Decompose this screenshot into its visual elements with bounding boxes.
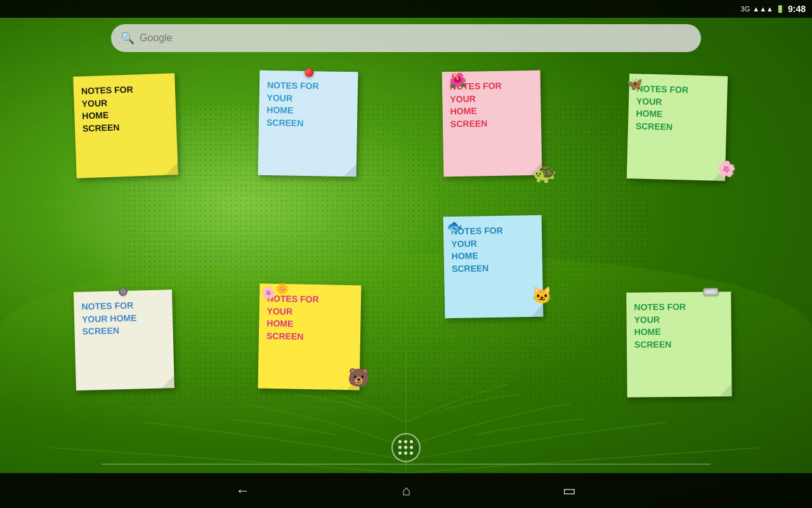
pin-red [304, 68, 313, 77]
dot [398, 440, 402, 443]
flower-sticker-2: 🌸 [261, 286, 275, 300]
dots-grid [398, 440, 414, 456]
note-text-7: Notes ForYourHomeScreen [266, 293, 353, 344]
recent-apps-button[interactable]: ▭ [563, 483, 576, 499]
sticky-note-green-2[interactable]: Notes ForYourHomeScreen [626, 291, 731, 397]
flower-sticker-3: 🌼 [276, 283, 289, 295]
home-button[interactable]: ⌂ [402, 483, 410, 499]
pink-flower-sticker: 🌸 [717, 160, 736, 178]
status-icons: 3G ▲▲▲ 🔋 [741, 5, 785, 13]
sticky-note-blue-1[interactable]: Notes ForYourHomeScreen [258, 70, 358, 177]
status-bar: 3G ▲▲▲ 🔋 9:48 [0, 0, 812, 18]
paper-clip [703, 288, 718, 295]
search-input[interactable]: Google [140, 32, 173, 44]
dot [410, 451, 413, 455]
note-text-1: Notes ForYourHomeScreen [81, 83, 169, 135]
note-text-5: Notes ForYourHomeScreen [451, 224, 535, 276]
turtle-sticker: 🐢 [533, 162, 556, 184]
dot [398, 446, 402, 449]
cat-sticker: 🐱 [532, 286, 552, 305]
page-indicator [102, 464, 710, 465]
note-text-2: Notes ForYourHomeScreen [266, 79, 350, 131]
thumbtack [119, 288, 126, 295]
signal-icon: 3G [741, 5, 750, 13]
note-text-8: Notes ForYourHomeScreen [634, 300, 724, 351]
dot [398, 451, 402, 455]
sticky-note-white-1[interactable]: Notes ForYour HomeScreen [74, 290, 174, 391]
search-icon: 🔍 [121, 31, 134, 45]
fish-sticker: 🐟 [447, 218, 462, 234]
note-text-4: Notes ForYourHomeScreen [636, 83, 720, 135]
bear-sticker: 🐻 [348, 367, 370, 388]
dot [410, 440, 413, 443]
dot [404, 446, 407, 449]
note-text-6: Notes ForYour HomeScreen [81, 298, 165, 338]
clock: 9:48 [788, 4, 806, 14]
back-button[interactable]: ← [236, 483, 250, 499]
dot [404, 451, 407, 455]
butterfly-sticker: 🦋 [627, 76, 643, 91]
wifi-icon: ▲▲▲ [752, 5, 773, 13]
app-drawer-button[interactable] [391, 433, 421, 462]
flower-sticker: 🌺 [449, 72, 466, 89]
dot [410, 446, 413, 449]
sticky-note-yellow-1[interactable]: Notes ForYourHomeScreen [73, 73, 178, 178]
search-bar[interactable]: 🔍 Google [111, 24, 701, 52]
dot [404, 440, 407, 443]
battery-icon: 🔋 [776, 5, 785, 13]
navigation-bar: ← ⌂ ▭ [0, 473, 812, 508]
